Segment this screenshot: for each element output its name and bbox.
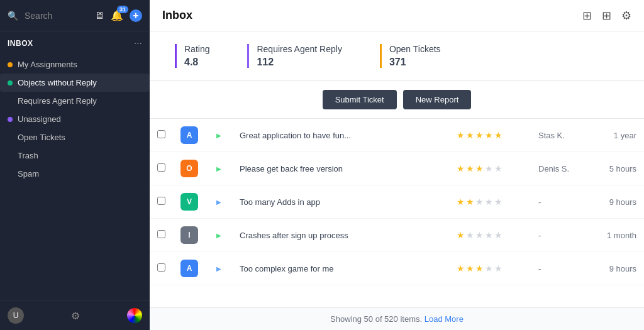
table-row: V▶Too many Adds in app★★★★★-9 hours [150,185,644,219]
objects-without-reply-dot [8,80,13,85]
sidebar-item-unassigned[interactable]: Unassigned [0,110,150,128]
settings-header-icon[interactable]: ⚙ [621,9,631,23]
user-avatar: V [180,193,198,211]
main-header: Inbox ⊞ ⊞ ⚙ [150,0,644,31]
more-icon[interactable]: ··· [134,38,142,49]
star-rating: ★★★★★ [457,130,523,140]
sidebar-item-open-tickets[interactable]: Open Tickets [0,128,150,146]
row-checkbox[interactable] [157,163,165,172]
tickets-table: A▶Great application to have fun...★★★★★S… [150,119,644,307]
row-checkbox[interactable] [157,197,165,205]
user-avatar: A [180,260,198,277]
play-button[interactable]: ▶ [213,196,225,207]
action-bar: Submit Ticket New Report [150,81,644,119]
play-button[interactable]: ▶ [213,263,225,274]
notification-badge: 31 [117,6,128,13]
table: A▶Great application to have fun...★★★★★S… [150,119,644,285]
load-more-link[interactable]: Load More [425,314,464,324]
sidebar-item-objects-without-reply[interactable]: Objects without Reply [0,74,150,92]
table-row: A▶Great application to have fun...★★★★★S… [150,119,644,152]
search-input[interactable]: Search [25,11,52,21]
stat-requires-agent-reply: Requires Agent Reply112 [247,44,341,68]
ticket-subject[interactable]: Crashes after sign up process [232,219,449,252]
submit-ticket-button[interactable]: Submit Ticket [323,90,397,109]
user-avatar: A [180,126,198,144]
play-button[interactable]: ▶ [213,229,225,241]
stat-rating: Rating4.8 [175,44,209,68]
footer-bar: Showing 50 of 520 items. Load More [150,307,644,330]
new-report-button[interactable]: New Report [403,90,472,109]
ticket-subject[interactable]: Please get back free version [232,152,449,185]
stat-requires-agent-reply-label: Requires Agent Reply [257,44,341,54]
user-avatar[interactable]: U [8,307,24,324]
unassigned-label: Unassigned [18,114,61,124]
play-button[interactable]: ▶ [213,163,225,174]
star-rating: ★★★★★ [457,163,523,173]
row-checkbox[interactable] [157,130,165,138]
sidebar-item-my-assignments[interactable]: My Assignments [0,55,150,74]
trash-label: Trash [18,151,38,160]
stat-requires-agent-reply-value: 112 [257,57,341,68]
star-rating: ★★★★★ [457,230,523,240]
inbox-label: INBOX [8,39,33,48]
table-row: A▶Too complex game for me★★★★★-9 hours [150,252,644,285]
sidebar: 🔍 Search 🖥 🔔 31 + INBOX ··· My Assignmen… [0,0,150,330]
stat-open-tickets-label: Open Tickets [389,44,441,54]
nav-list: My AssignmentsObjects without ReplyRequi… [0,55,150,183]
ticket-subject[interactable]: Too complex game for me [232,252,449,285]
sidebar-item-trash[interactable]: Trash [0,146,150,165]
search-icon: 🔍 [8,11,18,21]
rainbow-icon [127,308,142,323]
sidebar-top-right: 🖥 🔔 31 + [94,9,142,22]
showing-text: Showing 50 of 520 items. [330,314,422,324]
stat-rating-value: 4.8 [184,57,209,68]
stat-open-tickets: Open Tickets371 [380,44,441,68]
ticket-subject[interactable]: Too many Adds in app [232,185,449,219]
play-button[interactable]: ▶ [213,129,225,141]
inbox-header: INBOX ··· [8,38,142,49]
ticket-time: 1 month [594,219,644,252]
ticket-time: 5 hours [594,152,644,185]
stat-open-tickets-value: 371 [389,57,441,68]
stats-panel: Rating4.8Requires Agent Reply112Open Tic… [150,31,644,81]
star-rating: ★★★★★ [457,197,523,207]
agent-name: - [531,252,594,285]
agent-name: - [531,185,594,219]
agent-name: Denis S. [531,152,594,185]
agent-name: - [531,219,594,252]
ticket-subject[interactable]: Great application to have fun... [232,119,449,152]
star-rating: ★★★★★ [457,263,523,273]
row-checkbox[interactable] [157,230,165,238]
sidebar-top: 🔍 Search 🖥 🔔 31 + [0,0,150,31]
my-assignments-label: My Assignments [18,60,77,69]
inbox-section: INBOX ··· [0,31,150,55]
agent-name: Stas K. [531,119,594,152]
page-title: Inbox [162,9,192,22]
unassigned-dot [8,117,13,122]
sidebar-item-spam[interactable]: Spam [0,165,150,183]
row-checkbox[interactable] [157,263,165,272]
settings-icon[interactable]: ⚙ [71,310,80,322]
notification-bell[interactable]: 🔔 31 [111,9,123,21]
table-row: O▶Please get back free version★★★★★Denis… [150,152,644,185]
user-avatar: O [180,160,198,177]
header-icons: ⊞ ⊞ ⚙ [582,9,631,23]
user-avatar: I [180,226,198,244]
spam-label: Spam [18,169,39,179]
main-content: Inbox ⊞ ⊞ ⚙ Rating4.8Requires Agent Repl… [150,0,644,330]
ticket-time: 1 year [594,119,644,152]
ticket-time: 9 hours [594,185,644,219]
filter-icon[interactable]: ⊞ [582,9,592,23]
table-row: I▶Crashes after sign up process★★★★★-1 m… [150,219,644,252]
grid-icon[interactable]: ⊞ [602,9,611,23]
requires-agent-reply-label: Requires Agent Reply [18,96,97,106]
my-assignments-dot [8,62,13,67]
open-tickets-label: Open Tickets [18,133,65,142]
stat-rating-label: Rating [184,44,209,54]
add-button[interactable]: + [130,9,142,22]
ticket-time: 9 hours [594,252,644,285]
objects-without-reply-label: Objects without Reply [18,78,97,87]
monitor-icon[interactable]: 🖥 [94,10,104,21]
sidebar-item-requires-agent-reply[interactable]: Requires Agent Reply [0,92,150,110]
sidebar-bottom: U ⚙ [0,300,150,330]
